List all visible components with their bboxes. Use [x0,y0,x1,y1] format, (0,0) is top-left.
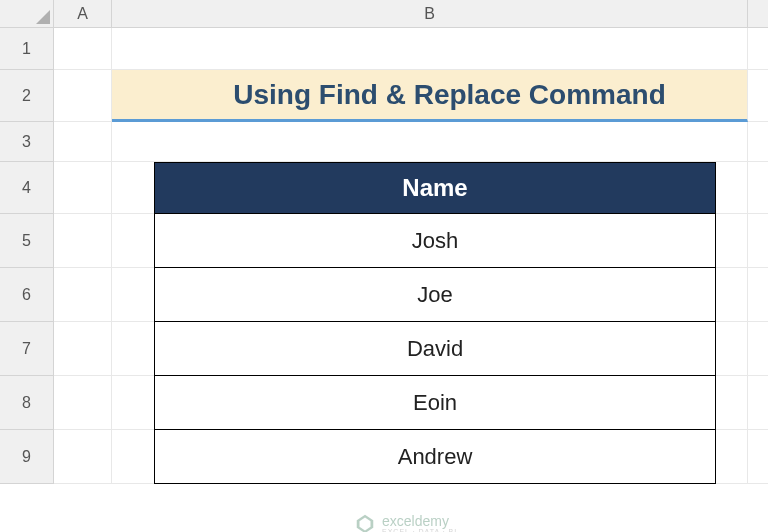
cell-a6[interactable] [54,268,112,322]
cell-a8[interactable] [54,376,112,430]
row-headers-column: 1 2 3 4 5 6 7 8 9 [0,28,54,532]
select-all-corner[interactable] [0,0,54,27]
row-header-3[interactable]: 3 [0,122,54,162]
watermark-logo-icon [354,513,376,532]
row-header-4[interactable]: 4 [0,162,54,214]
page-title: Using Find & Replace Command [170,79,730,111]
watermark: exceldemy EXCEL · DATA · BI [354,513,457,532]
watermark-text: exceldemy [382,514,457,528]
table-row[interactable]: Joe [154,268,716,322]
row-header-2[interactable]: 2 [0,70,54,122]
column-header-c[interactable] [748,0,768,27]
cell-c1[interactable] [748,28,768,70]
table-header-name[interactable]: Name [154,162,716,214]
cell-c7[interactable] [748,322,768,376]
cell-c8[interactable] [748,376,768,430]
row-header-6[interactable]: 6 [0,268,54,322]
cell-b3[interactable] [112,122,748,162]
cell-c6[interactable] [748,268,768,322]
cell-a1[interactable] [54,28,112,70]
table-row[interactable]: Andrew [154,430,716,484]
cell-c9[interactable] [748,430,768,484]
row-header-7[interactable]: 7 [0,322,54,376]
cell-c4[interactable] [748,162,768,214]
table-row[interactable]: Josh [154,214,716,268]
cells-area: Using Find & Replace Command [54,28,768,532]
column-header-b[interactable]: B [112,0,748,27]
spreadsheet-grid: A B 1 2 3 4 5 6 7 8 9 Using Find & Repla [0,0,768,532]
cell-a5[interactable] [54,214,112,268]
cell-c5[interactable] [748,214,768,268]
cell-c2[interactable] [748,70,768,122]
table-row[interactable]: David [154,322,716,376]
table-row[interactable]: Eoin [154,376,716,430]
row-header-5[interactable]: 5 [0,214,54,268]
cell-a4[interactable] [54,162,112,214]
cell-a9[interactable] [54,430,112,484]
row-header-8[interactable]: 8 [0,376,54,430]
cell-b1[interactable] [112,28,748,70]
data-table: Name Josh Joe David Eoin Andrew [154,162,716,484]
watermark-subtext: EXCEL · DATA · BI [382,528,457,533]
grid-body: 1 2 3 4 5 6 7 8 9 Using Find & Replace C… [0,28,768,532]
cell-a7[interactable] [54,322,112,376]
cell-b2-title[interactable]: Using Find & Replace Command [112,70,748,122]
cell-c3[interactable] [748,122,768,162]
row-header-9[interactable]: 9 [0,430,54,484]
cell-a2[interactable] [54,70,112,122]
row-header-1[interactable]: 1 [0,28,54,70]
cell-a3[interactable] [54,122,112,162]
column-header-a[interactable]: A [54,0,112,27]
column-headers-row: A B [0,0,768,28]
select-all-triangle-icon [36,10,50,24]
